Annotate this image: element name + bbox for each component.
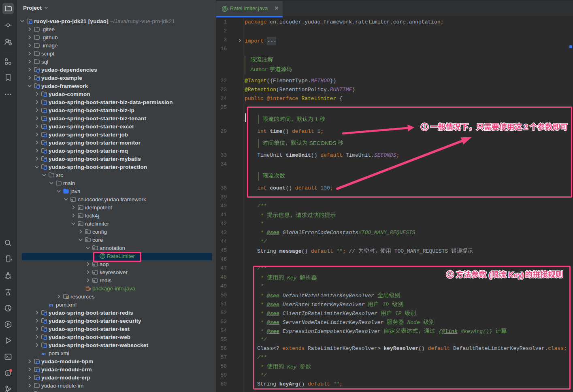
svg-text:m: m [42, 350, 46, 356]
svg-text:@: @ [223, 6, 227, 11]
svg-text:m: m [49, 302, 53, 308]
